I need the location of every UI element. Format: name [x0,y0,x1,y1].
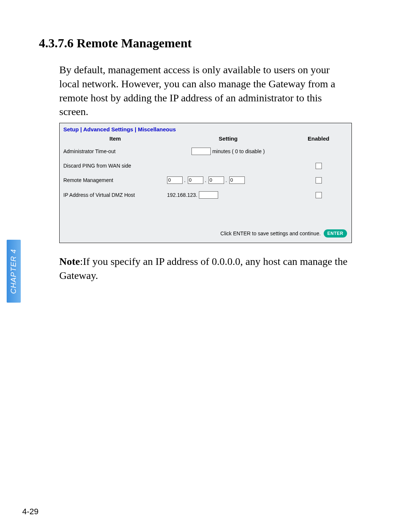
remote-management-label: Remote Management [63,177,167,183]
header-enabled: Enabled [289,135,348,142]
admin-timeout-suffix: minutes ( 0 to disable ) [212,148,265,154]
chapter-tab: CHAPTER 4 [7,240,21,303]
note-paragraph: Note:If you specify an IP address of 0.0… [59,255,352,283]
page: CHAPTER 4 4.3.7.6 Remote Management By d… [0,0,400,532]
dmz-ip-prefix: 192.168.123. [167,192,197,198]
section-heading: 4.3.7.6 Remote Management [39,36,192,50]
remote-management-checkbox[interactable] [316,177,322,183]
footer-hint: Click ENTER to save settings and continu… [220,230,321,236]
ip-dot: . [226,177,228,183]
discard-ping-label: Discard PING from WAN side [63,163,167,169]
discard-ping-checkbox[interactable] [316,163,322,169]
header-item: Item [63,135,167,142]
row-dmz-host: IP Address of Virtual DMZ Host 192.168.1… [60,186,351,201]
breadcrumb: Setup | Advanced Settings | Miscellaneou… [60,123,351,134]
ip-dot: . [184,177,186,183]
chapter-tab-label: CHAPTER 4 [10,249,18,293]
dmz-host-input[interactable] [199,191,218,199]
page-number: 4-29 [22,507,39,516]
remote-ip-octet-1[interactable] [167,176,183,184]
admin-timeout-label: Administrator Time-out [63,148,167,154]
row-admin-timeout: Administrator Time-out minutes ( 0 to di… [60,145,351,157]
ip-dot: . [205,177,207,183]
remote-ip-octet-4[interactable] [229,176,245,184]
remote-ip-octet-3[interactable] [209,176,224,184]
admin-timeout-input[interactable] [191,148,211,155]
note-label: Note [59,256,80,267]
header-setting: Setting [167,135,289,142]
enter-button[interactable]: ENTER [324,229,347,238]
panel-footer: Click ENTER to save settings and continu… [220,229,347,238]
row-discard-ping: Discard PING from WAN side [60,157,351,171]
note-text: :If you specify an IP address of 0.0.0.0… [59,256,347,281]
settings-panel: Setup | Advanced Settings | Miscellaneou… [59,123,352,243]
remote-ip-octet-2[interactable] [188,176,203,184]
table-header: Item Setting Enabled [60,134,351,145]
row-remote-management: Remote Management . . . [60,171,351,186]
intro-paragraph: By default, management access is only av… [59,63,352,119]
dmz-host-checkbox[interactable] [316,192,322,198]
dmz-host-label: IP Address of Virtual DMZ Host [63,192,167,198]
